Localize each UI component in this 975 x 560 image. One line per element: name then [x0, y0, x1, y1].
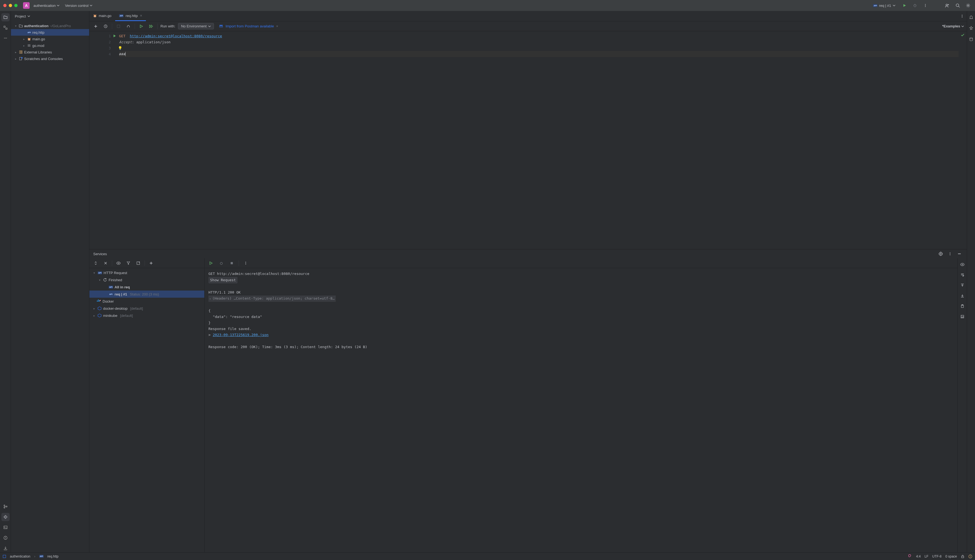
convert-button[interactable]	[115, 23, 122, 30]
finished-node[interactable]: ▾ Finished	[89, 276, 204, 283]
run-all-button[interactable]	[147, 23, 155, 30]
structure-button[interactable]	[125, 23, 132, 30]
search-everywhere-button[interactable]	[954, 2, 961, 9]
preview-button[interactable]	[959, 261, 966, 268]
editor-body[interactable]: 1 2 3 4 GET http://admin:secret@localhos…	[89, 31, 967, 249]
svg-point-80	[970, 38, 973, 38]
project-tool-button[interactable]	[2, 13, 10, 22]
file-row-go-mod[interactable]: ▸ go.mod	[11, 42, 89, 49]
svg-point-36	[962, 17, 962, 17]
status-indicator-icon[interactable]	[968, 555, 972, 558]
more-tool-button[interactable]	[2, 34, 10, 42]
close-tab-icon[interactable]: ×	[140, 13, 142, 18]
group-button[interactable]	[135, 260, 142, 267]
rerun-button[interactable]	[207, 260, 214, 267]
indent-setting[interactable]: 0 space	[945, 555, 957, 558]
vcs-tool-button[interactable]	[2, 544, 10, 552]
req-status: Status: 200 (3 ms)	[130, 292, 159, 296]
req-result-node[interactable]: API req | #1 Status: 200 (3 ms)	[89, 290, 204, 298]
line-separator[interactable]: LF	[925, 555, 928, 558]
history-button[interactable]	[102, 23, 109, 30]
terminal-tool-button[interactable]	[2, 523, 10, 532]
ai-indicator-icon[interactable]	[907, 554, 912, 559]
breadcrumb-root[interactable]: authentication	[10, 555, 30, 558]
run-gutter-icon[interactable]	[113, 34, 116, 38]
http-method: GET	[119, 34, 125, 38]
services-target-button[interactable]	[937, 250, 944, 257]
project-dropdown[interactable]: authentication	[32, 2, 61, 9]
intention-bulb-icon[interactable]: 💡	[118, 46, 122, 50]
database-button[interactable]	[967, 35, 975, 43]
postman-import-banner[interactable]: Import from Postman available ×	[219, 24, 278, 28]
problems-tool-button[interactable]	[2, 534, 10, 542]
structure-tool-button[interactable]	[2, 23, 10, 32]
scroll-to-bottom-button[interactable]	[959, 292, 966, 299]
services-options-button[interactable]	[947, 250, 953, 257]
output-options-button[interactable]	[242, 260, 249, 267]
saved-file-link[interactable]: 2023-09-13T225619.200.json	[213, 333, 269, 337]
minikube-node[interactable]: ▸ minikube [default]	[89, 312, 204, 319]
svg-rect-40	[117, 25, 120, 28]
show-request-button[interactable]: Show Request	[209, 277, 237, 283]
file-row-req-http[interactable]: API req.http	[11, 29, 89, 36]
docker-desktop-node[interactable]: ▸ docker-desktop [default]	[89, 305, 204, 312]
maximize-window[interactable]	[14, 4, 18, 7]
svg-point-25	[5, 538, 6, 539]
image-button[interactable]	[959, 313, 966, 320]
external-libraries-row[interactable]: ▸ External Libraries	[11, 49, 89, 55]
project-panel-header[interactable]: Project	[11, 11, 89, 22]
collapse-all-button[interactable]	[102, 260, 109, 267]
fold-arrow-icon[interactable]: ▸	[210, 297, 211, 300]
hide-panel-button[interactable]	[956, 250, 963, 257]
debug-button[interactable]	[912, 2, 918, 9]
run-button[interactable]	[901, 2, 908, 9]
close-banner-icon[interactable]: ×	[276, 24, 278, 28]
services-tree: ▾ API HTTP Request ▾ Finished A	[89, 268, 204, 552]
more-actions-button[interactable]	[922, 2, 929, 9]
docker-node[interactable]: Docker	[89, 298, 204, 305]
debug-output-button[interactable]	[218, 260, 225, 267]
file-encoding[interactable]: UTF-8	[932, 555, 942, 558]
code-area[interactable]: GET http://admin:secret@localhost:8080/r…	[116, 31, 958, 249]
examples-dropdown[interactable]: *Examples	[942, 24, 964, 28]
file-row-main-go[interactable]: ▸ 🐹 main.go	[11, 36, 89, 42]
scroll-to-top-button[interactable]	[959, 282, 966, 289]
header-name: Accept	[119, 40, 132, 44]
breadcrumb-file[interactable]: req.http	[47, 555, 59, 558]
tab-options-button[interactable]	[958, 13, 966, 20]
run-request-button[interactable]	[138, 23, 145, 30]
settings-button[interactable]	[965, 2, 972, 9]
add-service-button[interactable]	[147, 260, 155, 267]
filter-button[interactable]	[125, 260, 132, 267]
tab-req-http[interactable]: API req.http ×	[115, 11, 146, 21]
line-number: 4	[109, 52, 111, 56]
expand-all-button[interactable]	[92, 260, 99, 267]
project-root-row[interactable]: ▾ authentication ~/GoLandPro	[11, 22, 89, 29]
http-request-node[interactable]: ▾ API HTTP Request	[89, 269, 204, 276]
vcs-dropdown[interactable]: Version control	[63, 2, 94, 9]
readonly-indicator-icon[interactable]	[961, 555, 965, 558]
inspection-ok-icon[interactable]	[960, 33, 965, 37]
vcs-label: Version control	[65, 3, 88, 8]
tab-main-go[interactable]: 🐹 main.go	[89, 11, 115, 21]
environment-select[interactable]: No Environment	[178, 23, 214, 29]
copy-button[interactable]	[959, 303, 966, 310]
soft-wrap-button[interactable]	[959, 272, 966, 278]
ai-assistant-button[interactable]	[967, 24, 975, 32]
show-button[interactable]	[115, 260, 122, 267]
chevron-down-icon	[893, 4, 895, 7]
notifications-button[interactable]	[967, 13, 975, 22]
output-body[interactable]: GET http://admin:secret@localhost:8080/r…	[205, 268, 957, 552]
run-config-selector[interactable]: API req | #1	[871, 3, 898, 8]
stop-button[interactable]	[228, 260, 235, 267]
services-tool-button[interactable]	[2, 513, 10, 521]
caret-position[interactable]: 4:4	[916, 555, 921, 558]
add-request-button[interactable]	[92, 23, 99, 30]
minimize-window[interactable]	[9, 4, 12, 7]
code-with-me-button[interactable]	[944, 2, 951, 9]
all-in-req-node[interactable]: API All in req	[89, 283, 204, 290]
svg-marker-66	[98, 307, 101, 310]
scratches-row[interactable]: ▸ Scratches and Consoles	[11, 55, 89, 62]
close-window[interactable]	[3, 4, 7, 7]
git-tool-button[interactable]	[2, 502, 10, 511]
